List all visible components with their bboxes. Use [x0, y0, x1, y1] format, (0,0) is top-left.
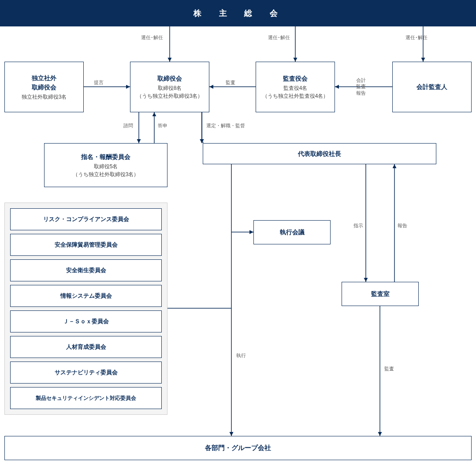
committee-item: リスク・コンプライアンス委員会: [10, 208, 162, 230]
label-report: 報告: [398, 222, 407, 229]
committee-item: Ｊ－Ｓｏｘ委員会: [10, 310, 162, 332]
committee-item: 製品セキュリティインシデント対応委員会: [10, 387, 162, 409]
committee-item: 情報システム委員会: [10, 285, 162, 307]
box-board-of-directors: 取締役会 取締役8名 （うち独立社外取締役3名）: [130, 62, 209, 112]
committees-group: リスク・コンプライアンス委員会 安全保障貿易管理委員会 安全衛生委員会 情報シス…: [4, 203, 167, 415]
title: 監査役会: [283, 74, 308, 83]
title: 独立社外 取締役会: [32, 74, 56, 92]
label-audit: 監査: [226, 79, 235, 86]
subtitle: 取締役8名 （うち独立社外取締役3名）: [137, 84, 203, 100]
title: 取締役会: [157, 74, 182, 83]
box-divisions-group-companies: 各部門・グループ会社: [4, 436, 472, 460]
title: 会計監査人: [416, 82, 447, 92]
label-respond: 答申: [158, 122, 167, 129]
title: 指名・報酬委員会: [81, 152, 130, 162]
committee-item: 人材育成委員会: [10, 336, 162, 358]
label-inquire: 諮問: [123, 122, 133, 129]
label-appoint-dismiss: 選任･解任: [141, 34, 163, 41]
label-appoint-dismiss: 選任･解任: [268, 34, 290, 41]
label-appoint-dismiss: 選任･解任: [405, 34, 428, 41]
title: 各部門・グループ会社: [205, 444, 271, 452]
label-select-supervise: 選定・解職・監督: [206, 122, 245, 129]
box-nomination-compensation: 指名・報酬委員会 取締役5名 （うち独立社外取締役3名）: [44, 143, 167, 187]
committee-item: 安全衛生委員会: [10, 259, 162, 281]
committee-item: 安全保障貿易管理委員会: [10, 234, 162, 256]
header-text: 株 主 総 会: [193, 8, 283, 18]
box-president: 代表取締役社長: [203, 143, 436, 164]
label-execute: 執行: [236, 352, 246, 359]
org-chart: 株 主 総 会 独立社外 取締役会 独立社外取締役3名 取締役会 取締役8名 （…: [0, 0, 476, 465]
label-audit2: 監査: [384, 365, 394, 372]
subtitle: 独立社外取締役3名: [22, 93, 67, 101]
box-executive-meeting: 執行会議: [253, 220, 331, 244]
title: 執行会議: [280, 228, 305, 237]
title: 監査室: [371, 289, 390, 299]
box-outside-directors: 独立社外 取締役会 独立社外取締役3名: [4, 62, 84, 112]
subtitle: 取締役5名 （うち独立社外取締役3名）: [73, 162, 139, 178]
box-audit-office: 監査室: [342, 282, 419, 306]
header-shareholders-meeting: 株 主 総 会: [0, 0, 476, 26]
subtitle: 監査役4名 （うち独立社外監査役4名）: [262, 84, 329, 100]
box-audit-board: 監査役会 監査役4名 （うち独立社外監査役4名）: [256, 62, 335, 112]
committee-item: サステナビリティ委員会: [10, 362, 162, 384]
label-instruct: 指示: [353, 222, 363, 229]
box-accounting-auditor: 会計監査人: [392, 62, 472, 112]
title: 代表取締役社長: [298, 149, 341, 159]
label-audit-report: 会計 監査 報告: [356, 77, 366, 96]
label-propose: 提言: [94, 79, 104, 86]
